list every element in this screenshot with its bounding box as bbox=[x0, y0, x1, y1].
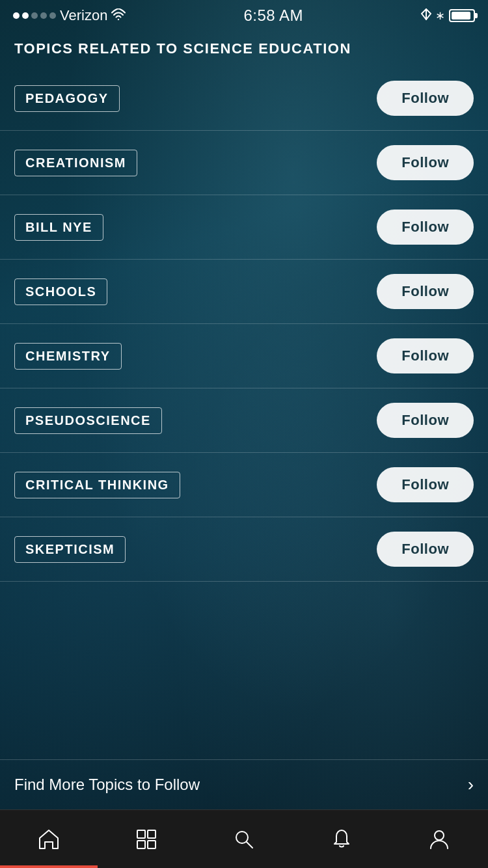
nav-item-search[interactable] bbox=[195, 810, 293, 868]
follow-button-creationism[interactable]: Follow bbox=[377, 145, 474, 180]
nav-item-profile[interactable] bbox=[390, 810, 488, 868]
nav-item-notifications[interactable] bbox=[293, 810, 390, 868]
signal-dot-2 bbox=[22, 12, 29, 19]
svg-rect-2 bbox=[148, 830, 156, 838]
topic-label-pseudoscience: PSEUDOSCIENCE bbox=[14, 407, 162, 434]
status-bar: Verizon 6:58 AM ∗ bbox=[0, 0, 488, 29]
topic-label-creationism: CREATIONISM bbox=[14, 150, 137, 176]
bell-icon bbox=[330, 828, 353, 851]
svg-line-6 bbox=[247, 842, 252, 848]
topic-label-schools: SCHOOLS bbox=[14, 278, 107, 305]
home-icon bbox=[37, 828, 61, 851]
topic-row: PEDAGOGY Follow bbox=[0, 66, 488, 131]
topic-row: PSEUDOSCIENCE Follow bbox=[0, 388, 488, 453]
wifi-icon bbox=[111, 8, 126, 23]
nav-item-home[interactable] bbox=[0, 810, 98, 868]
signal-bars bbox=[13, 12, 56, 19]
topic-row: SCHOOLS Follow bbox=[0, 260, 488, 324]
topic-row: CRITICAL THINKING Follow bbox=[0, 453, 488, 517]
grid-icon bbox=[135, 828, 158, 851]
topics-list: PEDAGOGY Follow CREATIONISM Follow BILL … bbox=[0, 66, 488, 759]
chevron-right-icon: › bbox=[468, 774, 474, 795]
signal-dot-1 bbox=[13, 12, 20, 19]
find-more-topics[interactable]: Find More Topics to Follow › bbox=[0, 759, 488, 809]
nav-item-grid[interactable] bbox=[98, 810, 195, 868]
topic-label-skepticism: SKEPTICISM bbox=[14, 536, 126, 563]
person-icon bbox=[427, 828, 451, 851]
topic-row: CHEMISTRY Follow bbox=[0, 324, 488, 388]
svg-rect-1 bbox=[137, 830, 145, 838]
follow-button-chemistry[interactable]: Follow bbox=[377, 338, 474, 373]
carrier-label: Verizon bbox=[60, 7, 107, 24]
location-icon bbox=[421, 8, 431, 23]
topic-row: SKEPTICISM Follow bbox=[0, 517, 488, 582]
bluetooth-icon: ∗ bbox=[435, 8, 445, 23]
follow-button-schools[interactable]: Follow bbox=[377, 274, 474, 309]
topic-label-bill-nye: BILL NYE bbox=[14, 214, 103, 241]
topic-label-pedagogy: PEDAGOGY bbox=[14, 85, 120, 112]
topic-label-critical-thinking: CRITICAL THINKING bbox=[14, 472, 180, 498]
follow-button-pedagogy[interactable]: Follow bbox=[377, 81, 474, 116]
svg-rect-3 bbox=[137, 841, 145, 848]
svg-rect-4 bbox=[148, 841, 156, 848]
follow-button-skepticism[interactable]: Follow bbox=[377, 532, 474, 567]
topic-row: BILL NYE Follow bbox=[0, 195, 488, 260]
topic-label-chemistry: CHEMISTRY bbox=[14, 343, 122, 370]
clock: 6:58 AM bbox=[243, 7, 303, 25]
topic-row: CREATIONISM Follow bbox=[0, 131, 488, 195]
signal-dot-5 bbox=[49, 12, 56, 19]
follow-button-critical-thinking[interactable]: Follow bbox=[377, 467, 474, 502]
battery-icon bbox=[449, 9, 475, 22]
follow-button-pseudoscience[interactable]: Follow bbox=[377, 403, 474, 438]
find-more-label: Find More Topics to Follow bbox=[14, 776, 200, 794]
signal-dot-4 bbox=[40, 12, 47, 19]
follow-button-bill-nye[interactable]: Follow bbox=[377, 210, 474, 245]
svg-point-0 bbox=[118, 18, 119, 20]
bottom-navigation bbox=[0, 809, 488, 868]
signal-dot-3 bbox=[31, 12, 38, 19]
search-icon bbox=[232, 828, 256, 851]
svg-point-7 bbox=[435, 831, 444, 840]
page-title: TOPICS RELATED TO SCIENCE EDUCATION bbox=[0, 29, 488, 66]
